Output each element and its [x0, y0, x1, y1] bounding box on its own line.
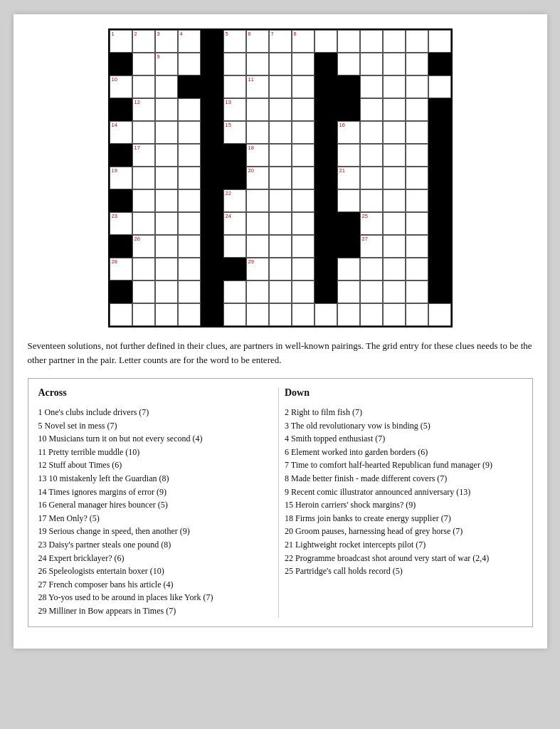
grid-cell-r2-c8: [292, 75, 315, 98]
grid-cell-r0-c8: 8: [292, 30, 315, 53]
grid-cell-r1-c10: [337, 53, 360, 75]
cell-number: 13: [226, 100, 231, 105]
down-clues-list: 2 Right to film fish (7)3 The old revolu…: [285, 406, 519, 578]
across-clue: 14 Times ignores margins of error (9): [38, 486, 273, 499]
across-clue: 24 Expert bricklayer? (6): [38, 552, 273, 565]
grid-cell-r7-c14: [428, 189, 451, 212]
grid-cell-r4-c7: [269, 121, 292, 144]
grid-cell-r8-c7: [269, 212, 292, 235]
down-clue: 3 The old revolutionary vow is binding (…: [285, 419, 519, 433]
grid-cell-r7-c5: 22: [223, 189, 246, 212]
grid-cell-r6-c0: 19: [110, 167, 132, 189]
grid-cell-r9-c10: [337, 235, 360, 258]
across-clue: 16 General manager hires bouncer (5): [38, 498, 273, 512]
grid-cell-r9-c11: 27: [360, 235, 383, 258]
grid-cell-r0-c13: [406, 30, 428, 53]
grid-cell-r4-c0: 14: [110, 121, 132, 144]
cell-number: 2: [134, 31, 137, 37]
grid-cell-r10-c8: [292, 258, 315, 280]
across-heading: Across: [38, 387, 273, 399]
grid-cell-r5-c13: [406, 144, 428, 167]
across-clue: 5 Novel set in mess (7): [38, 419, 273, 433]
grid-cell-r10-c9: [315, 258, 337, 280]
grid-cell-r0-c6: 6: [246, 30, 269, 53]
grid-cell-r7-c9: [315, 189, 337, 212]
grid-cell-r11-c9: [315, 280, 337, 303]
grid-cell-r11-c0: [110, 280, 132, 303]
cell-number: 20: [248, 168, 254, 174]
grid-cell-r7-c6: [246, 189, 269, 212]
grid-cell-r11-c3: [178, 280, 201, 303]
grid-cell-r11-c11: [360, 280, 383, 303]
grid-cell-r10-c13: [406, 258, 428, 280]
grid-cell-r10-c0: 28: [110, 258, 132, 280]
grid-cell-r2-c11: [360, 75, 383, 98]
grid-cell-r10-c1: [132, 258, 155, 280]
grid-cell-r0-c7: 7: [269, 30, 292, 53]
grid-cell-r11-c12: [383, 280, 406, 303]
down-clue: 21 Lightweight rocket intercepts pilot (…: [285, 538, 519, 552]
grid-cell-r6-c12: [383, 167, 406, 189]
grid-cell-r12-c3: [178, 303, 201, 326]
grid-cell-r5-c8: [292, 144, 315, 167]
grid-cell-r1-c13: [406, 53, 428, 75]
grid-cell-r9-c4: [201, 235, 223, 258]
grid-cell-r0-c3: 4: [178, 30, 201, 53]
grid-cell-r7-c4: [201, 189, 223, 212]
grid-cell-r0-c2: 3: [155, 30, 178, 53]
grid-cell-r11-c5: [223, 280, 246, 303]
grid-cell-r3-c6: [246, 98, 269, 121]
grid-cell-r7-c3: [178, 189, 201, 212]
grid-cell-r8-c14: [428, 212, 451, 235]
grid-cell-r3-c3: [178, 98, 201, 121]
across-clue: 27 French composer bans his article (4): [38, 578, 273, 592]
cell-number: 1: [112, 31, 115, 37]
grid-cell-r5-c0: [110, 144, 132, 167]
grid-cell-r4-c6: [246, 121, 269, 144]
grid-cell-r2-c6: 11: [246, 75, 269, 98]
grid-cell-r4-c11: [360, 121, 383, 144]
cell-number: 29: [248, 259, 254, 265]
grid-cell-r4-c8: [292, 121, 315, 144]
grid-cell-r5-c7: [269, 144, 292, 167]
grid-cell-r4-c10: 16: [337, 121, 360, 144]
grid-cell-r7-c7: [269, 189, 292, 212]
grid-cell-r11-c2: [155, 280, 178, 303]
grid-cell-r6-c1: [132, 167, 155, 189]
grid-cell-r2-c2: [155, 75, 178, 98]
grid-cell-r9-c2: [155, 235, 178, 258]
cell-number: 18: [248, 145, 254, 151]
grid-cell-r2-c13: [406, 75, 428, 98]
grid-cell-r1-c1: [132, 53, 155, 75]
grid-cell-r9-c6: [246, 235, 269, 258]
across-clue: 17 Men Only? (5): [38, 512, 273, 525]
across-clue: 23 Daisy's partner steals one pound (8): [38, 538, 273, 552]
grid-cell-r11-c10: [337, 280, 360, 303]
cell-number: 5: [226, 31, 228, 37]
grid-cell-r8-c13: [406, 212, 428, 235]
grid-cell-r5-c2: [155, 144, 178, 167]
grid-cell-r9-c14: [428, 235, 451, 258]
grid-cell-r0-c1: 2: [132, 30, 155, 53]
grid-cell-r12-c13: [406, 303, 428, 326]
down-column: Down 2 Right to film fish (7)3 The old r…: [279, 387, 525, 618]
grid-cell-r12-c10: [337, 303, 360, 326]
across-clue: 28 Yo-yos used to be around in places li…: [38, 591, 273, 604]
grid-cell-r5-c6: 18: [246, 144, 269, 167]
grid-cell-r2-c0: 10: [110, 75, 132, 98]
grid-cell-r8-c6: [246, 212, 269, 235]
grid-cell-r12-c2: [155, 303, 178, 326]
grid-cell-r3-c13: [406, 98, 428, 121]
grid-cell-r0-c14: [428, 30, 451, 53]
grid-cell-r2-c10: [337, 75, 360, 98]
down-clue: 4 Smith topped enthusiast (7): [285, 432, 519, 446]
grid-cell-r3-c10: [337, 98, 360, 121]
cell-number: 21: [339, 168, 345, 174]
grid-cell-r10-c14: [428, 258, 451, 280]
grid-cell-r10-c2: [155, 258, 178, 280]
clues-section: Across 1 One's clubs include drivers (7)…: [28, 378, 533, 627]
cell-number: 17: [134, 145, 140, 151]
across-clue: 13 10 mistakenly left the Guardian (8): [38, 472, 273, 486]
grid-cell-r5-c14: [428, 144, 451, 167]
grid-cell-r3-c12: [383, 98, 406, 121]
